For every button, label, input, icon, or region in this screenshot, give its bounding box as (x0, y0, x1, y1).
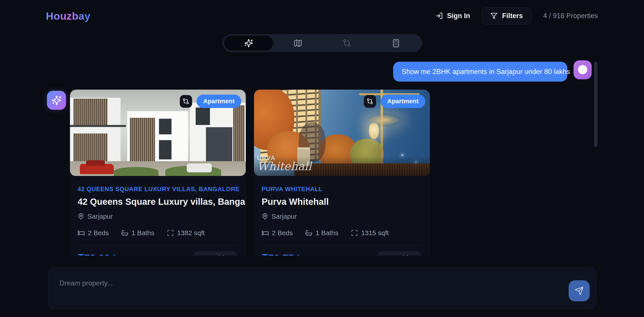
car-icon (382, 255, 389, 256)
property-title: 42 Queens Square Luxury villas, Bangalor… (78, 197, 238, 207)
property-card[interactable]: Apartment 42 QUEENS SQUARE LUXURY VILLAS… (70, 90, 246, 256)
property-photo-villa: Apartment (70, 90, 246, 176)
property-card[interactable]: URVA Whitehall Apartment PURVA WHITEHALL… (254, 90, 430, 256)
property-price: ₹70.75 Lac (262, 252, 314, 256)
map-pin-icon (262, 213, 268, 220)
bed-icon (78, 229, 85, 236)
header-actions: Sign In Filters 4 / 918 Properties (435, 7, 598, 24)
filters-button[interactable]: Filters (482, 7, 532, 24)
send-button[interactable] (569, 280, 590, 301)
property-type-badge: Apartment (196, 94, 241, 108)
compare-property-button[interactable] (180, 95, 192, 108)
login-icon (435, 12, 443, 20)
filters-label: Filters (502, 12, 523, 20)
bed-icon (262, 229, 269, 236)
parking-label: Parking (392, 254, 416, 256)
car-icon (198, 255, 205, 256)
map-pin-icon (78, 213, 84, 220)
baths-value: 1 Baths (132, 229, 154, 237)
user-message-row: Show me 2BHK apartments in Sarjapur unde… (393, 62, 592, 82)
send-icon (575, 286, 584, 295)
parking-label: Parking (208, 254, 232, 256)
user-message-bubble: Show me 2BHK apartments in Sarjapur unde… (393, 62, 567, 82)
chat-scroll-area: Show me 2BHK apartments in Sarjapur unde… (0, 32, 644, 256)
compare-property-button[interactable] (364, 95, 376, 108)
user-avatar-glyph (578, 65, 587, 74)
chat-scrollbar[interactable] (594, 62, 598, 147)
user-avatar (574, 60, 592, 79)
property-location: Sarjapur (272, 212, 297, 220)
parking-chip: Parking (376, 251, 422, 256)
assistant-avatar (47, 91, 66, 110)
chat-input-placeholder: Dream property... (60, 279, 113, 287)
property-type-badge: Apartment (380, 94, 425, 108)
property-title: Purva Whitehall (262, 197, 422, 207)
parking-chip: Parking (192, 251, 238, 256)
area-scan-icon (351, 229, 358, 236)
sign-in-label: Sign In (447, 12, 470, 20)
area-value: 1382 sqft (177, 229, 204, 237)
properties-count: 4 / 918 Properties (543, 12, 598, 20)
property-photo-tower: URVA Whitehall Apartment (254, 90, 430, 176)
chat-input[interactable]: Dream property... (48, 267, 596, 309)
bath-icon (305, 229, 312, 236)
project-name: 42 QUEENS SQUARE LUXURY VILLAS, BANGALOR… (78, 186, 238, 193)
white-car-art (187, 164, 212, 172)
project-name: PURVA WHITEHALL (262, 186, 422, 193)
red-car-art (80, 164, 114, 174)
area-value: 1315 sqft (361, 229, 389, 237)
beds-value: 2 Beds (272, 229, 293, 237)
baths-value: 1 Baths (316, 229, 338, 237)
property-price: ₹72.00 Lac (78, 252, 130, 256)
bath-icon (121, 229, 128, 236)
beds-value: 2 Beds (88, 229, 109, 237)
property-location: Sarjapur (88, 212, 113, 220)
header: Houzbay Sign In Filters 4 / 918 Properti… (0, 0, 644, 32)
area-scan-icon (167, 229, 174, 236)
app-logo[interactable]: Houzbay (46, 10, 90, 22)
property-results: Apartment 42 QUEENS SQUARE LUXURY VILLAS… (70, 90, 430, 256)
sign-in-button[interactable]: Sign In (435, 12, 470, 20)
funnel-icon (490, 12, 498, 20)
developer-watermark: URVA Whitehall (257, 155, 312, 173)
sparkles-icon (52, 95, 62, 106)
